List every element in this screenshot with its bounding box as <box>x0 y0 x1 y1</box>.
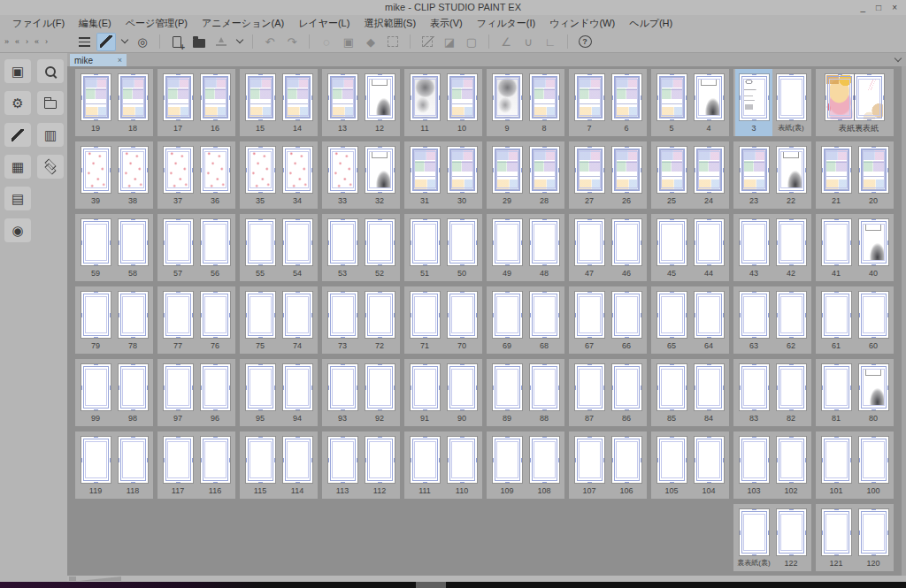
snap-ruler-icon[interactable]: ∟ <box>541 33 560 51</box>
page-slot-14[interactable]: 14 <box>279 69 316 136</box>
page-slot-30[interactable]: 30 <box>443 141 480 209</box>
page-slot-98[interactable]: 98 <box>114 359 151 426</box>
minimize-button[interactable]: _ <box>861 1 866 14</box>
page-slot-103[interactable]: 103 <box>735 431 772 499</box>
snap-line-icon[interactable]: ∠ <box>496 33 516 51</box>
page-slot-12[interactable]: 12 <box>361 69 398 136</box>
page-slot-3[interactable]: 3 <box>735 69 772 136</box>
page-slot-68[interactable]: 68 <box>526 286 563 354</box>
page-slot-90[interactable]: 90 <box>443 359 480 426</box>
page-slot-60[interactable]: 60 <box>855 286 892 354</box>
close-button[interactable]: × <box>892 1 897 14</box>
page-slot-26[interactable]: 26 <box>608 141 645 209</box>
menu-item-ヘルプ[interactable]: ヘルプ(H) <box>622 15 680 31</box>
page-slot-21[interactable]: 21 <box>818 141 855 209</box>
page-slot-37[interactable]: 37 <box>159 141 196 209</box>
page-slot-80[interactable]: 80 <box>855 359 892 426</box>
page-slot-63[interactable]: 63 <box>735 286 772 354</box>
page-slot-76[interactable]: 76 <box>196 286 234 354</box>
page-slot-113[interactable]: 113 <box>324 431 361 499</box>
vertical-scrollbar[interactable] <box>902 66 906 576</box>
palette-collapse-arrow-icon[interactable]: » <box>4 37 9 46</box>
page-slot-48[interactable]: 48 <box>526 214 563 281</box>
page-slot-54[interactable]: 54 <box>279 214 316 281</box>
page-slot-83[interactable]: 83 <box>735 359 772 426</box>
page-slot-72[interactable]: 72 <box>361 286 398 354</box>
page-slot-49[interactable]: 49 <box>488 214 526 281</box>
page-slot-117[interactable]: 117 <box>159 431 196 499</box>
open-file-icon[interactable] <box>189 33 209 51</box>
sub-tool-detail-palette-icon[interactable]: ⚙ <box>4 91 31 115</box>
palette-collapse-arrow-icon[interactable]: › <box>26 37 28 46</box>
page-slot-5[interactable]: 5 <box>653 69 690 136</box>
page-slot-82[interactable]: 82 <box>772 359 810 426</box>
palette-collapse-arrow-icon[interactable]: › <box>45 37 48 46</box>
search-palette-icon[interactable] <box>37 59 64 83</box>
page-slot-58[interactable]: 58 <box>114 214 151 281</box>
snap-curve-icon[interactable]: ∪ <box>518 33 538 51</box>
maximize-button[interactable]: □ <box>876 1 881 14</box>
page-slot-74[interactable]: 74 <box>279 286 316 354</box>
page-slot-111[interactable]: 111 <box>406 431 443 499</box>
page-slot-25[interactable]: 25 <box>653 141 690 209</box>
invert-selection-icon[interactable]: ◪ <box>440 33 459 51</box>
page-slot-105[interactable]: 105 <box>653 431 690 499</box>
page-slot-119[interactable]: 119 <box>77 431 114 499</box>
layer-property-palette-icon[interactable]: ▥ <box>37 123 64 147</box>
crop-frame-icon[interactable] <box>383 33 403 51</box>
page-slot-42[interactable]: 42 <box>772 214 810 281</box>
page-slot-16[interactable]: 16 <box>196 69 234 136</box>
page-slot-34[interactable]: 34 <box>279 141 316 209</box>
page-slot-116[interactable]: 116 <box>196 431 234 499</box>
page-slot-19[interactable]: 19 <box>77 69 114 136</box>
fill-icon[interactable]: ◆ <box>361 33 380 51</box>
page-slot-56[interactable]: 56 <box>196 214 234 281</box>
page-slot-104[interactable]: 104 <box>690 431 727 499</box>
menu-item-表示[interactable]: 表示(V) <box>423 15 470 31</box>
deselect-icon[interactable] <box>418 33 437 51</box>
page-slot-81[interactable]: 81 <box>818 359 855 426</box>
page-slot-114[interactable]: 114 <box>279 431 316 499</box>
rotate-reset-icon[interactable]: ◌ <box>317 33 336 51</box>
page-slot-86[interactable]: 86 <box>608 359 645 426</box>
page-slot-122[interactable]: 122 <box>772 504 810 571</box>
tab-overflow-chevron-icon[interactable] <box>894 55 902 62</box>
page-slot-120[interactable]: 120 <box>855 504 892 571</box>
page-slot-89[interactable]: 89 <box>488 359 526 426</box>
page-slot-109[interactable]: 109 <box>488 431 526 499</box>
page-slot-65[interactable]: 65 <box>653 286 690 354</box>
page-slot-91[interactable]: 91 <box>406 359 443 426</box>
menu-item-フィルター[interactable]: フィルター(I) <box>470 15 542 31</box>
page-slot-121[interactable]: 121 <box>818 504 855 571</box>
page-slot-10[interactable]: 10 <box>443 69 480 136</box>
menu-item-選択範囲[interactable]: 選択範囲(S) <box>357 15 423 31</box>
page-slot-69[interactable]: 69 <box>488 286 526 354</box>
selection-border-icon[interactable]: ▢ <box>462 33 481 51</box>
page-slot-32[interactable]: 32 <box>361 141 398 209</box>
page-slot-87[interactable]: 87 <box>571 359 608 426</box>
page-slot-39[interactable]: 39 <box>77 141 114 209</box>
menu-item-ファイル[interactable]: ファイル(F) <box>5 15 72 31</box>
page-slot-41[interactable]: 41 <box>818 214 855 281</box>
page-slot-62[interactable]: 62 <box>772 286 810 354</box>
page-slot-50[interactable]: 50 <box>443 214 480 281</box>
page-slot-77[interactable]: 77 <box>159 286 196 354</box>
page-slot-55[interactable]: 55 <box>242 214 279 281</box>
menu-item-ウィンドウ[interactable]: ウィンドウ(W) <box>542 15 622 31</box>
undo-icon[interactable]: ↶ <box>260 33 280 51</box>
page-slot-51[interactable]: 51 <box>406 214 443 281</box>
page-slot-47[interactable]: 47 <box>571 214 608 281</box>
thumbnail-size-slider[interactable] <box>79 577 121 581</box>
page-slot-45[interactable]: 45 <box>653 214 690 281</box>
page-slot-78[interactable]: 78 <box>114 286 151 354</box>
page-slot-66[interactable]: 66 <box>608 286 645 354</box>
new-page-icon[interactable] <box>167 33 187 51</box>
palette-collapse-arrow-icon[interactable]: « <box>15 37 19 46</box>
page-slot-85[interactable]: 85 <box>653 359 690 426</box>
page-slot-22[interactable]: 22 <box>772 141 810 209</box>
page-slot-95[interactable]: 95 <box>242 359 279 426</box>
page-slot-110[interactable]: 110 <box>443 431 480 499</box>
page-slot-112[interactable]: 112 <box>361 431 398 499</box>
menu-item-編集[interactable]: 編集(E) <box>72 15 119 31</box>
color-set-palette-icon[interactable]: ▦ <box>4 155 31 179</box>
